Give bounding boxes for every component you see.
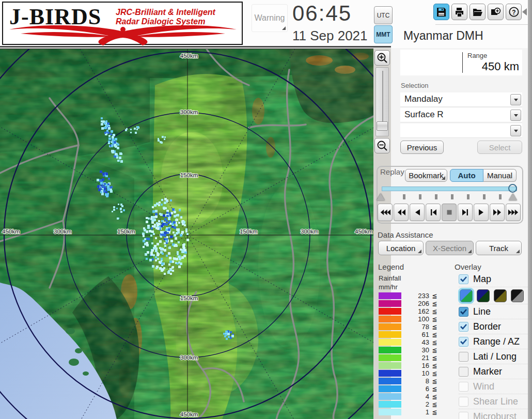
- checkbox[interactable]: [459, 337, 468, 347]
- chevron-down-icon: [514, 130, 518, 132]
- checkbox[interactable]: [459, 274, 468, 284]
- utc-button[interactable]: UTC: [374, 6, 393, 24]
- fastest-forward-button[interactable]: [506, 204, 521, 221]
- checkbox[interactable]: [459, 352, 468, 362]
- radar-echo-cell: [120, 160, 123, 163]
- x-section-button[interactable]: X-Section: [426, 241, 474, 255]
- rewind-button[interactable]: [394, 204, 409, 221]
- replay-ticks: [403, 194, 506, 200]
- overlay-item-marker[interactable]: Marker: [459, 364, 528, 379]
- auto-button[interactable]: Auto: [450, 169, 483, 182]
- radar-echo-cell: [150, 235, 152, 237]
- radar-echo-cell: [176, 258, 178, 260]
- overlay-item-shear-line[interactable]: Shear Line: [459, 394, 528, 409]
- overlay-item-microburst[interactable]: Microburst: [459, 409, 528, 419]
- replay-range-start-marker[interactable]: [377, 193, 385, 200]
- radar-echo-cell: [158, 253, 160, 255]
- zoom-slider-thumb[interactable]: [377, 121, 388, 131]
- radar-echo-cell: [160, 231, 162, 233]
- overlay-item-wind[interactable]: Wind: [459, 379, 528, 394]
- warning-button[interactable]: Warning: [252, 4, 288, 32]
- radar-echo-cell: [161, 225, 163, 227]
- legend-value: 30: [401, 346, 430, 354]
- zoom-in-button[interactable]: [374, 50, 390, 66]
- less-equal-icon: ≦: [430, 354, 436, 362]
- radar-echo-cell: [168, 246, 171, 249]
- save-button[interactable]: [433, 4, 449, 20]
- checkbox[interactable]: [459, 397, 468, 407]
- radar-echo-cell: [105, 173, 108, 175]
- checkbox[interactable]: [459, 322, 468, 332]
- map-style-swatch-2[interactable]: [477, 289, 490, 302]
- step-first-button[interactable]: [426, 204, 441, 221]
- zoom-slider[interactable]: [375, 67, 389, 136]
- track-button[interactable]: Track: [476, 241, 522, 255]
- overlay-item-lati-long[interactable]: Lati / Long: [459, 349, 528, 364]
- manual-button[interactable]: Manual: [483, 169, 517, 182]
- radar-echo-cell: [169, 269, 172, 271]
- stop-button[interactable]: [442, 204, 457, 221]
- overlay-item-line[interactable]: Line: [459, 304, 528, 319]
- play-button[interactable]: [474, 204, 489, 221]
- radar-echo-cell: [108, 137, 111, 140]
- radar-echo-cell: [169, 260, 172, 263]
- overlay-item-label: Shear Line: [473, 396, 518, 407]
- mmt-button[interactable]: MMT: [374, 25, 393, 43]
- previous-button[interactable]: Previous: [400, 141, 444, 154]
- step-last-button[interactable]: [458, 204, 473, 221]
- legend-value: 1: [401, 408, 430, 416]
- radar-echo-cell: [167, 232, 169, 234]
- map-style-swatch-3[interactable]: [494, 289, 507, 302]
- option-dropdown[interactable]: [400, 123, 522, 138]
- check-icon: [459, 322, 468, 331]
- map-style-swatch-1[interactable]: [460, 289, 473, 302]
- checkbox[interactable]: [459, 307, 468, 317]
- print-button[interactable]: [451, 4, 467, 20]
- add-image-button[interactable]: [488, 4, 504, 20]
- replay-slider-handle[interactable]: [508, 184, 517, 193]
- radar-echo-cell: [161, 262, 164, 265]
- product-dropdown[interactable]: Surface R: [400, 108, 522, 122]
- radar-echo-cell: [168, 263, 170, 266]
- radar-map-canvas: 450km300km150km150km300km450km450km300km…: [0, 49, 373, 419]
- map-style-swatch-4[interactable]: [511, 289, 524, 302]
- panel-collapse-icon[interactable]: [522, 8, 527, 15]
- radar-echo-cell: [161, 142, 163, 144]
- site-dropdown-button[interactable]: [510, 94, 521, 105]
- legend-row: 4 ≦: [379, 393, 436, 400]
- checkbox[interactable]: [459, 367, 468, 377]
- legend-row: 30 ≦: [379, 346, 436, 354]
- radar-echo-cell: [107, 188, 110, 191]
- checkbox[interactable]: [459, 412, 468, 419]
- play-back-button[interactable]: [410, 204, 425, 221]
- zoom-out-button[interactable]: [374, 138, 390, 153]
- overlay-item-range-az[interactable]: Range / AZ: [459, 334, 528, 349]
- overlay-item-border[interactable]: Border: [459, 319, 528, 334]
- radar-map[interactable]: 450km300km150km150km300km450km450km300km…: [0, 49, 373, 419]
- fast-rewind-button[interactable]: [378, 204, 393, 221]
- bookmark-button[interactable]: Bookmark: [405, 169, 447, 182]
- legend-value: 8: [401, 377, 430, 385]
- fast-forward-button[interactable]: [490, 204, 505, 221]
- product-dropdown-button[interactable]: [510, 110, 521, 121]
- option-dropdown-button[interactable]: [510, 125, 521, 136]
- radar-echo-cell: [164, 218, 167, 221]
- radar-echo-cell: [168, 228, 170, 231]
- radar-echo-cell: [164, 136, 166, 138]
- radar-echo-cell: [176, 224, 178, 226]
- checkbox[interactable]: [459, 382, 468, 392]
- radar-echo-cell: [120, 204, 122, 206]
- site-dropdown[interactable]: Mandalay: [400, 92, 522, 107]
- replay-slider[interactable]: [382, 187, 517, 191]
- radar-echo-cell: [180, 216, 182, 219]
- legend-value: 78: [401, 323, 430, 331]
- less-equal-icon: ≦: [430, 401, 436, 408]
- replay-range-end-marker[interactable]: [509, 193, 517, 200]
- radar-echo-cell: [143, 235, 145, 237]
- help-button[interactable]: ?: [506, 4, 522, 20]
- overlay-item-map[interactable]: Map: [459, 272, 528, 287]
- select-button[interactable]: Select: [477, 141, 522, 154]
- legend-row: 100 ≦: [379, 315, 436, 323]
- location-button[interactable]: Location: [378, 241, 424, 255]
- open-button[interactable]: [470, 4, 486, 20]
